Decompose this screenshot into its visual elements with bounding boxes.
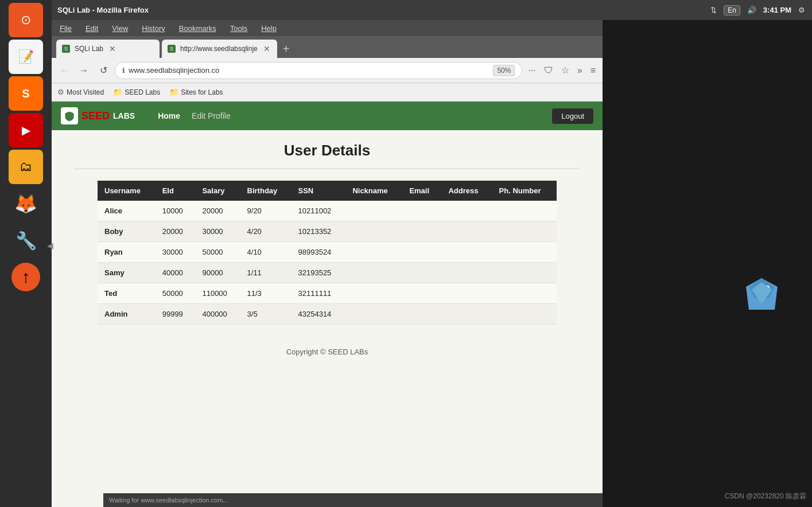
url-display[interactable]: www.seedlabsqlinjection.co — [129, 66, 489, 75]
page-content-area: User Details Username EId Salary Birthda… — [52, 130, 603, 379]
text-editor-icon[interactable]: 📝 — [9, 40, 43, 74]
cell-row0-col1: 10000 — [156, 201, 196, 221]
address-bar-row: ← → ↺ ℹ www.seedlabsqlinjection.co 50% ·… — [52, 58, 603, 83]
tab-favicon-sqli: S — [62, 45, 70, 53]
cell-row0-col8 — [492, 201, 557, 221]
table-row: Ryan30000500004/1098993524 — [98, 242, 557, 263]
most-visited-icon: ⚙ — [57, 88, 64, 96]
cell-row3-col6 — [402, 263, 441, 283]
logout-button[interactable]: Logout — [552, 108, 593, 124]
menu-file[interactable]: File — [57, 23, 74, 34]
tab-label-seed: http://www.seedlabsqlinje — [180, 45, 258, 53]
tab-favicon-seed: S — [168, 45, 176, 53]
cell-row2-col6 — [402, 242, 441, 263]
bookmark-most-visited[interactable]: ⚙ Most Visited — [57, 88, 104, 96]
zoom-level[interactable]: 50% — [493, 65, 515, 76]
cell-row1-col5 — [345, 221, 402, 242]
tab-close-seed[interactable]: ✕ — [262, 43, 271, 54]
menu-bookmarks[interactable]: Bookmarks — [177, 23, 219, 34]
sidebar-collapse-arrow[interactable]: ◀ — [47, 241, 53, 250]
cell-row2-col4: 98993524 — [292, 242, 346, 263]
cell-row4-col4: 32111111 — [292, 283, 346, 304]
cell-row0-col3: 9/20 — [240, 201, 292, 221]
desktop-sidebar: ⊙ 📝 S ▶ 🗂 🦊 🔧 ↑ ◀ — [0, 0, 52, 507]
volume-icon[interactable]: 🔊 — [747, 6, 756, 14]
title-divider — [75, 169, 580, 169]
cell-row3-col7 — [441, 263, 492, 283]
extensions-icon[interactable]: » — [575, 63, 585, 78]
tab-label-sqli: SQLi Lab — [75, 45, 103, 53]
reader-mode-icon[interactable]: 🛡 — [542, 63, 555, 78]
cell-row2-col8 — [492, 242, 557, 263]
menu-edit[interactable]: Edit — [83, 23, 100, 34]
col-header-salary: Salary — [195, 181, 240, 201]
updates-icon[interactable]: ↑ — [9, 260, 43, 294]
bookmark-sites-for-labs[interactable]: 📁 Sites for Labs — [169, 88, 223, 96]
cell-row1-col0: Boby — [98, 221, 156, 242]
sublime-icon[interactable]: S — [9, 76, 43, 111]
menu-tools[interactable]: Tools — [228, 23, 250, 34]
menu-view[interactable]: View — [110, 23, 130, 34]
sites-for-labs-label: Sites for Labs — [181, 88, 223, 96]
cell-row0-col0: Alice — [98, 201, 156, 221]
address-input[interactable]: ℹ www.seedlabsqlinjection.co 50% — [115, 62, 522, 79]
col-header-nickname: Nickname — [345, 181, 402, 201]
cell-row3-col4: 32193525 — [292, 263, 346, 283]
files-icon[interactable]: 🗂 — [9, 150, 43, 184]
system-settings-icon[interactable]: ⚙ — [798, 6, 805, 14]
menu-history[interactable]: History — [139, 23, 167, 34]
back-button[interactable]: ← — [56, 63, 72, 79]
forward-button[interactable]: → — [76, 63, 92, 79]
cell-row4-col5 — [345, 283, 402, 304]
seed-logo-text: SEED — [81, 110, 110, 122]
cell-row3-col5 — [345, 263, 402, 283]
cell-row1-col1: 20000 — [156, 221, 196, 242]
tab-seedlab-url[interactable]: S http://www.seedlabsqlinje ✕ — [162, 40, 277, 58]
language-indicator[interactable]: En — [724, 5, 740, 15]
hamburger-menu-icon[interactable]: ≡ — [588, 63, 598, 78]
overflow-menu-icon[interactable]: ··· — [526, 63, 538, 78]
cell-row2-col0: Ryan — [98, 242, 156, 263]
nav-home-link[interactable]: Home — [158, 111, 180, 120]
cell-row4-col3: 11/3 — [240, 283, 292, 304]
system-tray: ⇅ En 🔊 3:41 PM ⚙ — [603, 0, 812, 20]
seed-navbar: SEED LABS Home Edit Profile Logout — [52, 102, 603, 130]
cell-row1-col6 — [402, 221, 441, 242]
cell-row5-col8 — [492, 304, 557, 325]
status-text: Waiting for www.seedlabsqlinjection.com.… — [109, 497, 228, 504]
ssl-info-icon[interactable]: ℹ — [122, 67, 125, 75]
terminal-icon[interactable]: ▶ — [9, 113, 43, 147]
cell-row3-col0: Samy — [98, 263, 156, 283]
menu-help[interactable]: Help — [259, 23, 279, 34]
settings-icon[interactable]: 🔧 — [9, 223, 43, 258]
cell-row4-col1: 50000 — [156, 283, 196, 304]
seed-labs-folder-icon: 📁 — [113, 88, 122, 96]
cell-row5-col7 — [441, 304, 492, 325]
cell-row5-col5 — [345, 304, 402, 325]
title-bar: SQLi Lab - Mozilla Firefox — [52, 0, 603, 20]
firefox-icon[interactable]: 🦊 — [9, 186, 43, 221]
browser-window: SQLi Lab - Mozilla Firefox File Edit Vie… — [52, 0, 603, 507]
table-row: Boby20000300004/2010213352 — [98, 221, 557, 242]
cell-row2-col1: 30000 — [156, 242, 196, 263]
ubuntu-icon[interactable]: ⊙ — [9, 3, 43, 37]
nav-edit-profile-link[interactable]: Edit Profile — [192, 111, 231, 120]
col-header-address: Address — [441, 181, 492, 201]
cell-row5-col4: 43254314 — [292, 304, 346, 325]
webpage-content: SEED LABS Home Edit Profile Logout User … — [52, 102, 603, 507]
cell-row4-col7 — [441, 283, 492, 304]
new-tab-button[interactable]: + — [279, 42, 293, 56]
bookmark-star-icon[interactable]: ☆ — [559, 63, 572, 78]
tab-close-sqli[interactable]: ✕ — [108, 43, 117, 54]
cell-row1-col7 — [441, 221, 492, 242]
cell-row1-col8 — [492, 221, 557, 242]
cell-row5-col3: 3/5 — [240, 304, 292, 325]
address-action-icons: ··· 🛡 ☆ » ≡ — [526, 63, 598, 78]
bookmark-seed-labs[interactable]: 📁 SEED Labs — [113, 88, 160, 96]
tab-sqli-lab[interactable]: S SQLi Lab ✕ — [56, 40, 160, 58]
reload-button[interactable]: ↺ — [95, 63, 111, 79]
cell-row3-col8 — [492, 263, 557, 283]
table-header-row: Username EId Salary Birthday SSN Nicknam… — [98, 181, 557, 201]
system-clock: 3:41 PM — [763, 6, 791, 14]
cell-row0-col2: 20000 — [195, 201, 240, 221]
